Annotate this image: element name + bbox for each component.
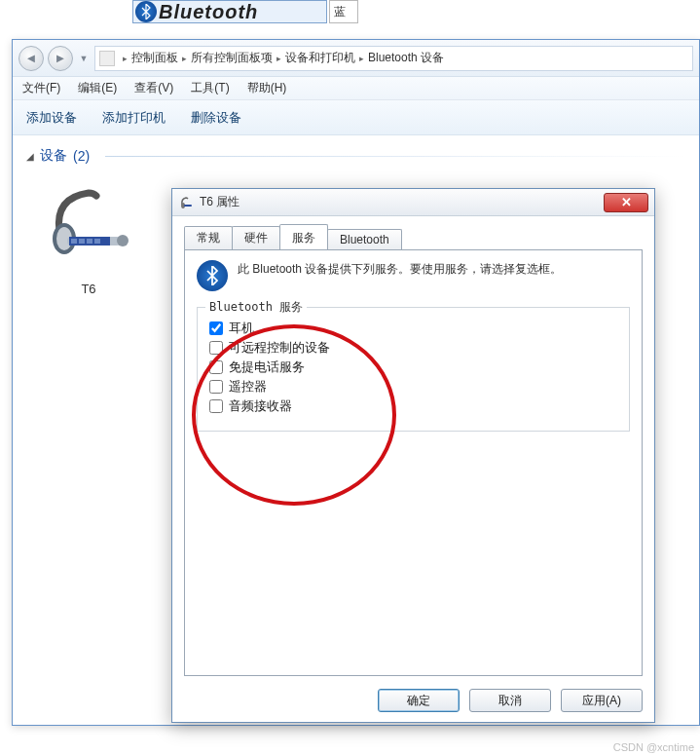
ok-button[interactable]: 确定 <box>378 689 460 712</box>
cancel-button[interactable]: 取消 <box>469 689 551 712</box>
svg-rect-5 <box>79 239 85 244</box>
group-label: 设备 <box>40 147 67 165</box>
svg-rect-6 <box>87 239 92 244</box>
svg-rect-7 <box>94 239 100 244</box>
add-device-button[interactable]: 添加设备 <box>26 109 77 127</box>
breadcrumb[interactable]: ▸ 控制面板 ▸ 所有控制面板项 ▸ 设备和打印机 ▸ Bluetooth 设备 <box>94 46 693 71</box>
chevron-right-icon: ▸ <box>182 54 187 63</box>
menu-view[interactable]: 查看(V) <box>134 80 173 96</box>
close-button[interactable]: ✕ <box>604 193 648 212</box>
menu-edit[interactable]: 编辑(E) <box>78 80 117 96</box>
divider <box>105 156 685 157</box>
remnant-box: 蓝 <box>329 0 358 23</box>
dialog-client: 常规 硬件 服务 Bluetooth 此 Bluetooth 设备提供下列服务。… <box>172 216 654 722</box>
fieldset-legend: Bluetooth 服务 <box>205 299 307 316</box>
menu-bar: 文件(F) 编辑(E) 查看(V) 工具(T) 帮助(H) <box>13 77 699 100</box>
arrow-right-icon: ► <box>55 51 67 65</box>
service-label: 可远程控制的设备 <box>229 339 330 357</box>
bluetooth-icon <box>197 260 228 291</box>
tabstrip: 常规 硬件 服务 Bluetooth <box>184 226 643 249</box>
chevron-right-icon: ▸ <box>276 54 281 63</box>
service-label: 免提电话服务 <box>229 359 305 376</box>
headset-small-icon <box>178 195 194 210</box>
crumb-1[interactable]: 控制面板 <box>131 50 178 66</box>
svg-rect-4 <box>71 239 77 244</box>
close-icon: ✕ <box>621 195 632 209</box>
bluetooth-icon <box>135 1 157 22</box>
svg-rect-10 <box>184 205 192 207</box>
chevron-right-icon: ▸ <box>359 54 364 63</box>
service-remote-checkbox[interactable] <box>209 380 223 394</box>
service-handsfree-checkbox[interactable] <box>209 360 223 374</box>
dialog-title: T6 属性 <box>200 194 239 210</box>
titlebar[interactable]: T6 属性 ✕ <box>172 189 654 216</box>
services-fieldset: Bluetooth 服务 耳机 可远程控制的设备 免提电话服务 遥控器 <box>197 307 630 432</box>
properties-dialog: T6 属性 ✕ 常规 硬件 服务 Bluetooth 此 Bluetooth 设… <box>171 188 655 723</box>
watermark: CSDN @xcntime <box>613 741 694 753</box>
service-remote[interactable]: 遥控器 <box>209 378 617 396</box>
service-handsfree[interactable]: 免提电话服务 <box>209 359 617 376</box>
crumb-3[interactable]: 设备和打印机 <box>285 50 355 66</box>
tab-services[interactable]: 服务 <box>279 224 328 249</box>
service-label: 耳机 <box>229 320 254 337</box>
chevron-right-icon: ▸ <box>123 54 128 63</box>
address-bar: ◄ ► ▼ ▸ 控制面板 ▸ 所有控制面板项 ▸ 设备和打印机 ▸ Blueto… <box>13 40 699 77</box>
tab-bluetooth[interactable]: Bluetooth <box>327 229 402 249</box>
service-headset-checkbox[interactable] <box>209 321 223 335</box>
menu-help[interactable]: 帮助(H) <box>247 80 287 96</box>
group-count: (2) <box>73 148 90 164</box>
delete-device-button[interactable]: 删除设备 <box>191 109 241 127</box>
add-printer-button[interactable]: 添加打印机 <box>102 109 166 127</box>
menu-tools[interactable]: 工具(T) <box>191 80 229 96</box>
svg-point-8 <box>117 235 129 246</box>
nav-history-dropdown[interactable]: ▼ <box>77 54 91 63</box>
bluetooth-text: Bluetooth <box>159 1 258 23</box>
device-item-t6[interactable]: T6 <box>30 178 147 296</box>
services-description: 此 Bluetooth 设备提供下列服务。要使用服务，请选择复选框。 <box>238 260 562 278</box>
back-button[interactable]: ◄ <box>18 46 44 71</box>
service-headset[interactable]: 耳机 <box>209 320 617 337</box>
crumb-4[interactable]: Bluetooth 设备 <box>368 50 444 66</box>
collapse-icon: ◢ <box>26 151 34 162</box>
device-label: T6 <box>30 282 147 296</box>
service-remote-controllable[interactable]: 可远程控制的设备 <box>209 339 617 357</box>
apply-button[interactable]: 应用(A) <box>561 689 643 712</box>
headset-icon <box>40 178 137 276</box>
tab-panel-services: 此 Bluetooth 设备提供下列服务。要使用服务，请选择复选框。 Bluet… <box>184 249 643 676</box>
dialog-buttons: 确定 取消 应用(A) <box>378 689 643 712</box>
service-remote-controllable-checkbox[interactable] <box>209 341 223 355</box>
arrow-left-icon: ◄ <box>25 51 38 65</box>
menu-file[interactable]: 文件(F) <box>22 80 60 96</box>
service-label: 音频接收器 <box>229 397 292 415</box>
service-audio-sink[interactable]: 音频接收器 <box>209 397 617 415</box>
bluetooth-badge-remnant: Bluetooth <box>132 0 327 23</box>
location-icon <box>99 51 115 66</box>
command-bar: 添加设备 添加打印机 删除设备 <box>13 100 699 135</box>
tab-hardware[interactable]: 硬件 <box>232 226 280 249</box>
tab-general[interactable]: 常规 <box>184 226 233 249</box>
service-label: 遥控器 <box>229 378 267 396</box>
service-audio-sink-checkbox[interactable] <box>209 399 223 413</box>
forward-button[interactable]: ► <box>48 46 73 71</box>
crumb-2[interactable]: 所有控制面板项 <box>191 50 273 66</box>
group-header-devices[interactable]: ◢ 设备 (2) <box>26 147 685 165</box>
